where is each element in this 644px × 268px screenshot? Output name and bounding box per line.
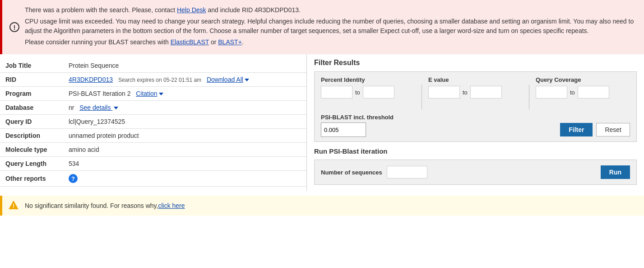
database-value: nr — [69, 104, 74, 111]
exclamation-icon: ! — [9, 22, 19, 32]
see-details-arrow — [114, 107, 118, 109]
e-value-col: E value to — [428, 76, 523, 99]
program-cell: PSI-BLAST Iteration 2 Citation — [63, 87, 306, 101]
psi-blast-label: PSI-BLAST incl. threshold — [321, 114, 630, 121]
description-label: Description — [0, 129, 63, 143]
run-num-sequences: Number of sequences — [321, 166, 427, 179]
run-button[interactable]: Run — [601, 165, 630, 179]
main-content: Job Title Protein Sequence RID 4R3DKDPD0… — [0, 54, 644, 191]
other-reports-row: Other reports ? — [0, 171, 306, 187]
svg-text:!: ! — [13, 203, 14, 209]
citation-button[interactable]: Citation — [136, 90, 163, 97]
query-length-value: 534 — [63, 157, 306, 171]
run-section: Run PSI-Blast iteration Number of sequen… — [314, 147, 637, 185]
see-details-link[interactable]: See details — [79, 104, 118, 111]
percent-identity-from-input[interactable] — [321, 86, 352, 99]
e-value-inputs: to — [428, 86, 523, 99]
query-coverage-to: to — [570, 89, 575, 96]
warning-triangle-icon: ! — [9, 200, 19, 212]
elasticblast-link[interactable]: ElasticBLAST — [171, 38, 209, 46]
error-banner: ! There was a problem with the search. P… — [0, 0, 644, 54]
percent-identity-to-input[interactable] — [363, 86, 394, 99]
reset-button[interactable]: Reset — [596, 123, 630, 136]
query-length-row: Query Length 534 — [0, 157, 306, 171]
database-cell: nr See details — [63, 101, 306, 115]
citation-dropdown-arrow — [159, 93, 163, 95]
percent-identity-label: Percent Identity — [321, 76, 415, 83]
percent-identity-to: to — [355, 89, 360, 96]
other-reports-label: Other reports — [0, 171, 63, 187]
percent-identity-col: Percent Identity to — [321, 76, 415, 99]
filter-title: Filter Results — [314, 59, 637, 67]
e-value-from-input[interactable] — [428, 86, 460, 99]
divider2 — [529, 85, 529, 109]
download-all-button[interactable]: Download All — [207, 76, 249, 83]
job-info-panel: Job Title Protein Sequence RID 4R3DKDPD0… — [0, 54, 307, 191]
error-line3: Please consider running your BLAST searc… — [25, 38, 635, 47]
query-id-label: Query ID — [0, 115, 63, 129]
program-label: Program — [0, 87, 63, 101]
database-label: Database — [0, 101, 63, 115]
psi-blast-section: PSI-BLAST incl. threshold Filter Reset — [321, 114, 630, 137]
job-title-value: Protein Sequence — [63, 59, 306, 73]
rid-link[interactable]: 4R3DKDPD013 — [69, 76, 113, 83]
query-coverage-label: Query Coverage — [536, 76, 630, 83]
blastplus-link[interactable]: BLAST+ — [218, 38, 242, 46]
percent-identity-inputs: to — [321, 86, 415, 99]
psi-threshold-row: Filter Reset — [321, 122, 630, 137]
helpdesk-link[interactable]: Help Desk — [177, 6, 206, 14]
program-row: Program PSI-BLAST Iteration 2 Citation — [0, 87, 306, 101]
job-title-row: Job Title Protein Sequence — [0, 59, 306, 73]
other-reports-cell: ? — [63, 171, 306, 187]
filter-panel: Filter Results Percent Identity to E val… — [307, 54, 644, 191]
download-dropdown-arrow — [245, 79, 249, 81]
query-id-row: Query ID lcl|Query_12374525 — [0, 115, 306, 129]
job-title-label: Job Title — [0, 59, 63, 73]
e-value-label: E value — [428, 76, 523, 83]
job-info-table: Job Title Protein Sequence RID 4R3DKDPD0… — [0, 59, 306, 187]
description-row: Description unnamed protein product — [0, 129, 306, 143]
warning-text: No significant similarity found. For rea… — [25, 202, 158, 209]
e-value-to: to — [463, 89, 468, 96]
warning-banner: ! No significant similarity found. For r… — [0, 196, 644, 216]
run-title: Run PSI-Blast iteration — [314, 147, 637, 155]
num-sequences-input[interactable] — [387, 166, 427, 179]
help-icon[interactable]: ? — [69, 174, 78, 183]
molecule-type-row: Molecule type amino acid — [0, 143, 306, 157]
error-line1: There was a problem with the search. Ple… — [25, 5, 635, 15]
query-coverage-col: Query Coverage to — [536, 76, 630, 99]
rid-cell: 4R3DKDPD013 Search expires on 05-22 01:5… — [63, 73, 306, 87]
rid-label: RID — [0, 73, 63, 87]
psi-threshold-input[interactable] — [321, 122, 366, 137]
query-coverage-inputs: to — [536, 86, 630, 99]
program-value: PSI-BLAST Iteration 2 — [69, 90, 130, 97]
molecule-type-value: amino acid — [63, 143, 306, 157]
run-box: Number of sequences Run — [314, 160, 637, 185]
error-line2: CPU usage limit was exceeded. You may ne… — [25, 17, 635, 36]
click-here-link[interactable]: click here — [158, 202, 185, 209]
query-coverage-to-input[interactable] — [578, 86, 609, 99]
filter-button[interactable]: Filter — [560, 123, 593, 136]
database-row: Database nr See details — [0, 101, 306, 115]
search-expires: Search expires on 05-22 01:51 am — [118, 77, 201, 83]
rid-row: RID 4R3DKDPD013 Search expires on 05-22 … — [0, 73, 306, 87]
e-value-to-input[interactable] — [470, 86, 502, 99]
divider1 — [422, 85, 422, 109]
filter-box: Percent Identity to E value to — [314, 71, 637, 142]
num-sequences-label: Number of sequences — [321, 169, 382, 176]
query-length-label: Query Length — [0, 157, 63, 171]
molecule-type-label: Molecule type — [0, 143, 63, 157]
query-id-value: lcl|Query_12374525 — [63, 115, 306, 129]
filter-buttons: Filter Reset — [560, 123, 630, 136]
description-value: unnamed protein product — [63, 129, 306, 143]
query-coverage-from-input[interactable] — [536, 86, 567, 99]
